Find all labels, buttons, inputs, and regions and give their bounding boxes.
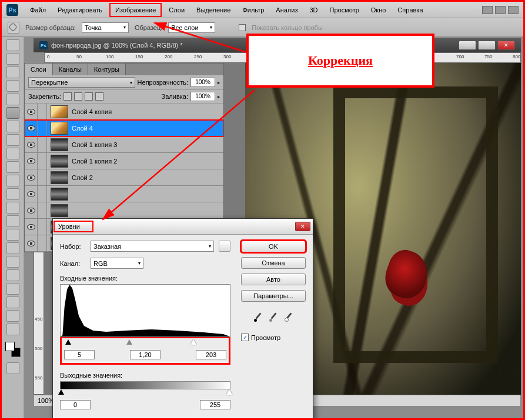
maximize-button[interactable]: □ [478,41,496,50]
blur-tool[interactable] [6,202,19,214]
eraser-tool[interactable] [6,175,19,186]
lock-pixels-icon[interactable] [74,92,82,101]
tab-paths[interactable]: Контуры [88,64,126,75]
camera-tool[interactable] [6,296,19,308]
output-white-input[interactable] [200,400,230,409]
gradient-tool[interactable] [6,188,19,200]
layer-name[interactable]: Слой 2 [72,174,223,181]
visibility-icon[interactable] [25,120,38,136]
lock-all-icon[interactable] [95,92,103,101]
menu-analysis[interactable]: Анализ [271,4,302,16]
menu-view[interactable]: Просмотр [325,4,364,16]
gray-point-eyedropper[interactable] [268,312,279,323]
layer-name[interactable]: Слой 4 [72,125,223,132]
opacity-value[interactable]: 100% [190,78,215,87]
lasso-tool[interactable] [6,66,19,78]
menu-help[interactable]: Справка [393,4,427,16]
current-tool-icon[interactable] [8,22,19,34]
blend-mode-select[interactable]: Перекрытие [28,77,135,88]
ok-button[interactable]: OK [241,241,306,252]
wand-tool[interactable] [6,80,19,92]
menu-select[interactable]: Выделение [192,4,235,16]
visibility-icon[interactable] [25,153,38,169]
shadow-input[interactable] [64,350,95,359]
dodge-tool[interactable] [6,215,19,227]
layer-row[interactable]: Слой 1 копия 2 [25,153,223,169]
input-sliders[interactable] [65,339,225,348]
ring-checkbox[interactable] [239,24,246,31]
zoom-tool[interactable] [6,324,19,335]
white-point-eyedropper[interactable] [283,312,294,323]
pen-tool[interactable] [6,229,19,241]
history-brush-tool[interactable] [6,161,19,173]
tab-layers[interactable]: Слои [25,64,53,75]
layer-row[interactable] [25,186,223,202]
cancel-button[interactable]: Отмена [241,257,306,269]
lock-position-icon[interactable] [85,92,93,101]
menu-image[interactable]: Изображение [109,3,162,17]
fg-color[interactable] [5,342,15,351]
zoom-value[interactable]: 100% [38,397,54,404]
visibility-icon[interactable] [25,136,38,153]
auto-button[interactable]: Авто [241,274,306,285]
lock-transparent-icon[interactable] [63,92,72,101]
highlight-input[interactable] [196,350,226,359]
preset-menu-icon[interactable] [219,241,230,252]
layer-thumb[interactable] [51,138,68,151]
preview-checkbox[interactable]: ✓ [241,334,249,341]
channel-select[interactable]: RGB [91,258,143,269]
highlight-slider[interactable] [190,339,196,345]
options-button[interactable]: Параметры... [241,290,306,302]
fill-chevron-icon[interactable]: ▸ [218,94,220,99]
opacity-chevron-icon[interactable]: ▸ [218,80,220,85]
hand-tool[interactable] [6,310,19,322]
3d-tool[interactable] [6,283,19,295]
preset-select[interactable]: Заказная [91,241,214,252]
color-swatches[interactable] [5,342,21,357]
heal-tool[interactable] [6,121,19,132]
workspace-icon[interactable] [482,6,493,14]
midtone-slider[interactable] [126,339,132,345]
layer-row[interactable]: Слой 4 [25,120,223,136]
shape-tool[interactable] [6,269,19,281]
layer-row[interactable]: Слой 1 копия 3 [25,136,223,153]
menu-window[interactable]: Окно [366,4,391,16]
type-tool[interactable] [6,242,19,254]
visibility-icon[interactable] [25,219,38,235]
visibility-icon[interactable] [25,169,38,186]
menu-layer[interactable]: Слои [164,4,189,16]
arrange-icon[interactable] [508,6,519,14]
layer-thumb[interactable] [51,204,68,217]
move-tool[interactable] [6,39,19,51]
menu-3d[interactable]: 3D [305,4,322,16]
layer-name[interactable]: Слой 1 копия 2 [72,158,223,165]
fill-value[interactable]: 100% [190,92,215,101]
visibility-icon[interactable] [25,202,38,219]
brush-tool[interactable] [6,134,19,146]
layer-thumb[interactable] [51,105,68,118]
layer-thumb[interactable] [51,122,68,135]
layer-thumb[interactable] [51,155,68,168]
visibility-icon[interactable] [25,186,38,202]
bridge-icon[interactable] [495,6,506,14]
menu-filter[interactable]: Фильтр [238,4,269,16]
visibility-icon[interactable] [25,235,38,252]
sample-select[interactable]: Все слои [168,22,215,33]
dialog-title-bar[interactable]: Уровни ✕ [53,219,313,235]
layer-name[interactable]: Слой 4 копия [72,108,223,115]
tab-channels[interactable]: Каналы [53,64,88,75]
midtone-input[interactable] [130,350,160,359]
output-black-input[interactable] [60,400,91,409]
black-point-eyedropper[interactable] [253,312,263,323]
menu-file[interactable]: Файл [25,4,51,16]
path-tool[interactable] [6,256,19,268]
menu-edit[interactable]: Редактировать [53,4,107,16]
minimize-button[interactable]: — [459,41,476,50]
sample-size-select[interactable]: Точка [82,22,129,33]
layer-thumb[interactable] [51,188,68,201]
layer-row[interactable] [25,202,223,219]
output-white-slider[interactable] [226,389,232,395]
quickmask-tool[interactable] [6,362,19,374]
marquee-tool[interactable] [6,53,19,65]
output-sliders[interactable] [61,389,229,398]
